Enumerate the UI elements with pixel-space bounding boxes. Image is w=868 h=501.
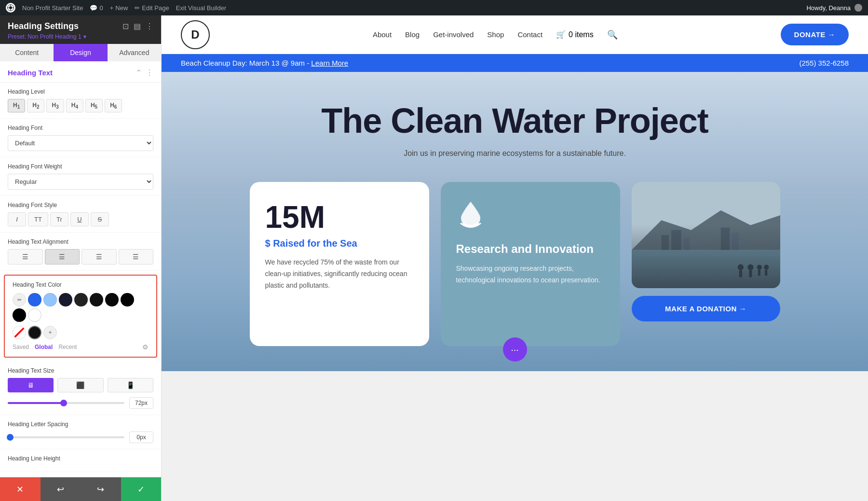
size-slider-track[interactable]: [8, 402, 124, 404]
ellipsis-icon: ···: [511, 344, 519, 355]
heading-font-select[interactable]: Default: [8, 135, 153, 151]
new-link[interactable]: + New: [110, 4, 128, 12]
style-buttons: I TT Tr U S: [8, 212, 153, 226]
preset-text: Preset: Non Profit Heading 1: [8, 33, 81, 40]
admin-bar-right: Howdy, Deanna: [806, 4, 862, 12]
make-donation-button[interactable]: MAKE A DONATION →: [632, 296, 780, 321]
letter-spacing-value[interactable]: [129, 431, 153, 443]
sidebar-preset[interactable]: Preset: Non Profit Heading 1 ▾: [8, 33, 153, 40]
learn-more-link[interactable]: Learn More: [311, 59, 348, 67]
fab-button[interactable]: ···: [503, 337, 527, 362]
size-slider-thumb[interactable]: [60, 400, 67, 406]
swatch-blue[interactable]: [28, 293, 41, 306]
uppercase-btn[interactable]: TT: [28, 212, 48, 226]
heading-alignment-label: Heading Text Alignment: [8, 238, 153, 245]
exit-builder-link[interactable]: Exit Visual Builder: [176, 4, 227, 12]
comments-link[interactable]: 💬 0: [90, 4, 103, 12]
cancel-button[interactable]: ✕: [0, 477, 41, 501]
svg-point-1: [9, 6, 12, 9]
heading-level-label: Heading Level: [8, 88, 153, 95]
undo-button[interactable]: ↩: [41, 477, 81, 501]
mobile-btn[interactable]: 📱: [108, 378, 153, 392]
layout-icon[interactable]: ▤: [134, 22, 141, 31]
swatch-black-3[interactable]: [13, 308, 26, 322]
swatch-selected[interactable]: [28, 326, 41, 339]
heading-font-weight-select[interactable]: Regular: [8, 174, 153, 190]
section-more-icon[interactable]: ⋮: [146, 68, 153, 77]
heading-level-h3[interactable]: H3: [46, 99, 64, 112]
swatch-near-black-2[interactable]: [90, 293, 103, 306]
swatch-black-2[interactable]: [121, 293, 134, 306]
heading-level-h2[interactable]: H2: [27, 99, 44, 112]
cards-row: 15M $ Raised for the Sea We have recycle…: [250, 182, 780, 346]
card-research: Research and Innovation Showcasing ongoi…: [441, 182, 620, 346]
focus-icon[interactable]: ⊡: [122, 22, 129, 31]
svg-rect-16: [739, 270, 742, 277]
more-icon[interactable]: ⋮: [146, 22, 153, 31]
swatch-dark-navy[interactable]: [59, 293, 72, 306]
tab-design[interactable]: Design: [54, 44, 107, 61]
letter-spacing-slider-row: [8, 431, 153, 443]
italic-btn[interactable]: I: [8, 212, 26, 226]
nav-contact[interactable]: Contact: [517, 30, 542, 39]
cart-link[interactable]: 🛒 0 items: [556, 30, 594, 39]
heading-level-h5[interactable]: H5: [85, 99, 103, 112]
align-justify-btn[interactable]: ☰: [119, 249, 154, 264]
letter-spacing-thumb[interactable]: [7, 434, 14, 441]
saved-tab[interactable]: Saved: [13, 344, 29, 350]
tab-content[interactable]: Content: [0, 44, 54, 61]
heading-alignment-group: Heading Text Alignment ☰ ☰ ☰ ☰: [0, 233, 161, 271]
strikethrough-btn[interactable]: S: [91, 212, 109, 226]
svg-point-15: [737, 264, 743, 270]
save-button[interactable]: ✓: [121, 477, 162, 501]
swatch-near-black-1[interactable]: [74, 293, 88, 306]
nav-shop[interactable]: Shop: [487, 30, 504, 39]
align-right-btn[interactable]: ☰: [81, 249, 117, 264]
wp-logo[interactable]: [6, 3, 15, 13]
collapse-icon[interactable]: ⌃: [136, 68, 142, 77]
search-icon[interactable]: 🔍: [607, 29, 618, 40]
heading-font-weight-group: Heading Font Weight Regular: [0, 157, 161, 196]
heading-level-h6[interactable]: H6: [105, 99, 122, 112]
color-settings-icon[interactable]: ⚙: [142, 343, 149, 351]
heading-level-h4[interactable]: H4: [66, 99, 83, 112]
sidebar-header-top: Heading Settings ⊡ ▤ ⋮: [8, 21, 153, 31]
align-center-btn[interactable]: ☰: [45, 249, 80, 264]
card-image-section: MAKE A DONATION →: [632, 182, 780, 321]
water-drop-icon: [456, 199, 605, 234]
heading-text-size-label: Heading Text Size: [8, 367, 153, 374]
desktop-btn[interactable]: 🖥: [8, 378, 54, 392]
heading-level-group: Heading Level H1 H2 H3 H4 H5 H6: [0, 83, 161, 119]
capitalize-btn[interactable]: Tr: [50, 212, 68, 226]
nav-blog[interactable]: Blog: [405, 30, 420, 39]
hero-title: The Clean Water Project: [321, 101, 708, 140]
edit-page-link[interactable]: ✏ Edit Page: [135, 4, 169, 12]
cart-count: 0 items: [569, 30, 594, 39]
heading-level-h1[interactable]: H1: [8, 99, 25, 112]
alignment-buttons: ☰ ☰ ☰ ☰: [8, 249, 153, 264]
align-left-btn[interactable]: ☰: [8, 249, 43, 264]
svg-point-19: [757, 265, 761, 270]
size-slider-value[interactable]: [129, 397, 153, 409]
heading-font-label: Heading Font: [8, 125, 153, 131]
site-name-link[interactable]: Non Profit Starter Site: [22, 4, 83, 12]
swatch-transparent[interactable]: [13, 326, 26, 339]
underline-btn[interactable]: U: [70, 212, 89, 226]
letter-spacing-track[interactable]: [8, 436, 124, 438]
swatch-black-1[interactable]: [105, 293, 119, 306]
global-tab[interactable]: Global: [35, 344, 53, 350]
tab-advanced[interactable]: Advanced: [108, 44, 161, 61]
nav-about[interactable]: About: [373, 30, 392, 39]
nav-get-involved[interactable]: Get-involved: [433, 30, 474, 39]
card-stat-text: We have recycled 75% of the waste from o…: [265, 257, 414, 291]
donate-button[interactable]: DONATE →: [781, 24, 849, 45]
add-color-btn[interactable]: +: [43, 326, 57, 339]
recent-tab[interactable]: Recent: [58, 344, 77, 350]
heading-font-weight-label: Heading Font Weight: [8, 163, 153, 170]
swatch-white[interactable]: [28, 308, 41, 322]
redo-button[interactable]: ↪: [81, 477, 121, 501]
tablet-btn[interactable]: ⬛: [57, 378, 103, 392]
heading-letter-spacing-section: Heading Letter Spacing: [0, 415, 161, 449]
swatch-light-blue[interactable]: [43, 293, 57, 306]
color-edit-btn[interactable]: ✏: [13, 293, 26, 306]
